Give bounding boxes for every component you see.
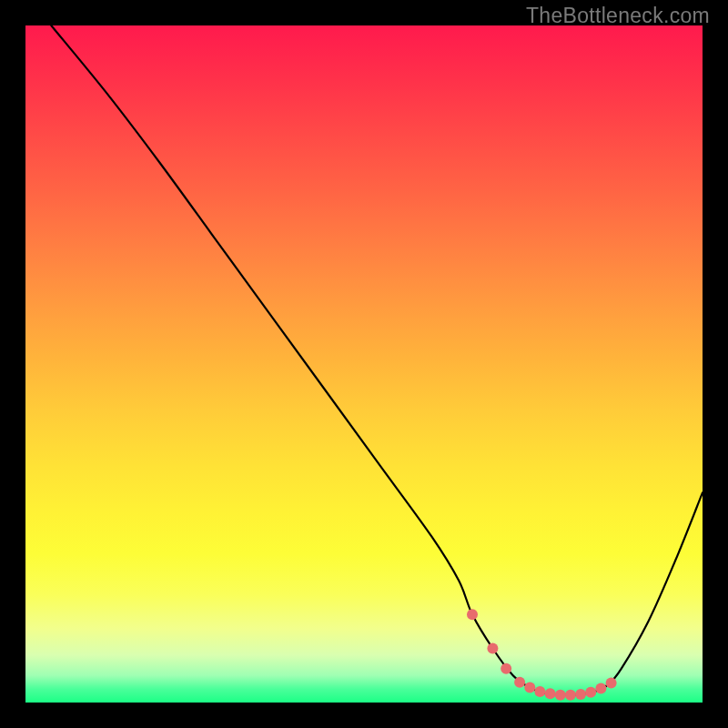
watermark-text: TheBottleneck.com bbox=[526, 4, 710, 28]
marker-dot bbox=[595, 682, 606, 693]
plot-area bbox=[25, 25, 703, 703]
marker-dot bbox=[487, 643, 498, 654]
marker-dot bbox=[524, 682, 535, 693]
bottleneck-curve-path bbox=[51, 25, 703, 695]
marker-dot bbox=[565, 690, 576, 701]
marker-dot bbox=[606, 677, 617, 688]
bottleneck-curve-svg bbox=[25, 25, 703, 703]
marker-dot bbox=[575, 689, 586, 700]
marker-dot bbox=[545, 688, 556, 699]
marker-group bbox=[467, 609, 617, 701]
marker-dot bbox=[534, 686, 545, 697]
marker-dot bbox=[467, 609, 478, 620]
marker-dot bbox=[500, 663, 511, 674]
marker-dot bbox=[585, 687, 596, 698]
marker-dot bbox=[514, 677, 525, 688]
chart-frame: TheBottleneck.com bbox=[0, 0, 728, 728]
marker-dot bbox=[555, 690, 566, 701]
